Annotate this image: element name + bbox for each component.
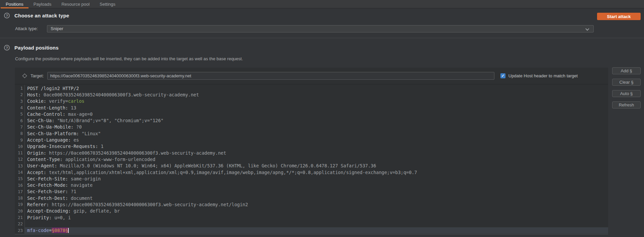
code-line-text: Sec-Ch-Ua: "Not/A)Brand";v="8", "Chromiu… (24, 117, 608, 124)
editor-line[interactable]: 5Cache-Control: max-age=0 (15, 111, 608, 117)
editor-line[interactable]: 15Sec-Fetch-Site: same-origin (15, 175, 608, 182)
code-line-text: Referer: https://0ace0067035246398524040… (24, 201, 608, 208)
editor-line[interactable]: 14Accept: text/html,application/xhtml+xm… (15, 169, 608, 175)
update-host-header-checkbox[interactable]: ✓ (500, 73, 505, 78)
code-line-text: Priority: u=0, i (24, 214, 608, 221)
line-number: 5 (15, 111, 23, 116)
line-number: 17 (15, 189, 23, 194)
editor-line[interactable]: 13User-Agent: Mozilla/5.0 (Windows NT 10… (15, 163, 608, 169)
code-line-text: Sec-Ch-Ua-Mobile: ?0 (24, 124, 608, 130)
code-segment: Accept: (27, 170, 49, 175)
code-segment: = (49, 228, 52, 233)
code-segment: Sec-Fetch-Dest: (27, 195, 71, 201)
code-segment: max-age=0 (68, 111, 93, 117)
code-segment: Accept-Language: (27, 137, 73, 143)
editor-line[interactable]: 12Content-Type: application/x-www-form-u… (15, 156, 608, 162)
code-segment: POST /login2 HTTP/2 (27, 86, 79, 91)
help-icon[interactable]: ? (4, 45, 10, 51)
line-number: 9 (15, 138, 23, 143)
code-line-text: Sec-Fetch-Dest: document (24, 195, 608, 201)
code-segment: Cookie: (27, 98, 49, 104)
intruder-positions-screen: Positions Payloads Resource pool Setting… (0, 0, 644, 237)
code-line-text: Cache-Control: max-age=0 (24, 111, 608, 117)
code-segment: document (71, 195, 93, 201)
editor-line[interactable]: 8Sec-Ch-Ua-Platform: "Linux" (15, 130, 608, 137)
code-segment: "Linux" (82, 131, 101, 136)
code-segment: carlos (68, 98, 85, 104)
section-title-payload-positions: Payload positions (14, 45, 59, 51)
code-line-text: Accept-Encoding: gzip, deflate, br (24, 208, 608, 214)
code-segment: ?0 (76, 124, 82, 130)
add-payload-marker-button[interactable]: Add § (612, 67, 641, 74)
editor-line[interactable]: 16Sec-Fetch-Mode: navigate (15, 182, 608, 188)
tab-settings[interactable]: Settings (95, 0, 120, 8)
editor-line[interactable]: 6Sec-Ch-Ua: "Not/A)Brand";v="8", "Chromi… (15, 117, 608, 124)
editor-line[interactable]: 21Priority: u=0, i (15, 214, 608, 221)
line-number: 2 (15, 92, 23, 97)
code-segment: https://0ace00670352463985240400006300f3… (49, 150, 226, 156)
line-number: 14 (15, 170, 23, 175)
code-line-text: mfa-code=§0878§ (24, 227, 608, 234)
code-segment: u=0, i (54, 215, 71, 220)
code-segment: verify= (49, 98, 68, 104)
tab-resource-pool[interactable]: Resource pool (56, 0, 95, 8)
tab-positions[interactable]: Positions (1, 0, 29, 8)
code-segment: Sec-Fetch-User: (27, 189, 71, 194)
code-segment: https://0ace00670352463985240400006300f3… (52, 202, 248, 207)
section-divider (0, 38, 644, 38)
auto-payload-markers-button[interactable]: Auto § (612, 90, 641, 97)
line-number: 16 (15, 183, 23, 188)
code-segment: Upgrade-Insecure-Requests: (27, 144, 101, 149)
attack-type-section-header: ? Choose an attack type (4, 13, 69, 18)
code-line-text: Upgrade-Insecure-Requests: 1 (24, 143, 608, 150)
help-icon[interactable]: ? (4, 13, 10, 18)
code-line-text: Cookie: verify=carlos (24, 98, 608, 104)
attack-type-dropdown[interactable]: Sniper (47, 25, 594, 32)
editor-line[interactable]: 22 (15, 221, 608, 227)
code-line-text: Sec-Fetch-Mode: navigate (24, 182, 608, 188)
editor-line[interactable]: 1POST /login2 HTTP/2 (15, 85, 608, 91)
editor-line[interactable]: 9Accept-Language: es (15, 137, 608, 143)
editor-line[interactable]: 19Referer: https://0ace00670352463985240… (15, 201, 608, 208)
request-editor[interactable]: 1POST /login2 HTTP/22Host: 0ace006703524… (15, 84, 608, 234)
line-number: 13 (15, 163, 23, 168)
clear-payload-markers-button[interactable]: Clear § (612, 79, 641, 86)
target-url-input[interactable] (47, 72, 494, 80)
start-attack-button[interactable]: Start attack (597, 13, 641, 20)
code-segment: text/html,application/xhtml+xml,applicat… (49, 170, 417, 175)
tab-payloads[interactable]: Payloads (29, 0, 56, 8)
attack-type-label: Attack type: (15, 25, 38, 32)
editor-line[interactable]: 4Content-Length: 13 (15, 104, 608, 111)
code-segment: "Not/A)Brand";v="8", "Chromium";v="126" (57, 118, 163, 123)
editor-line[interactable]: 10Upgrade-Insecure-Requests: 1 (15, 143, 608, 150)
code-segment: Sec-Fetch-Site: (27, 176, 71, 181)
code-line-text: Sec-Fetch-Site: same-origin (24, 175, 608, 182)
code-segment: Host: (27, 92, 44, 97)
editor-line[interactable]: 7Sec-Ch-Ua-Mobile: ?0 (15, 124, 608, 130)
line-number: 18 (15, 195, 23, 201)
editor-line[interactable]: 17Sec-Fetch-User: ?1 (15, 188, 608, 195)
editor-line[interactable]: 23mfa-code=§0878§ (15, 227, 608, 234)
editor-line[interactable]: 18Sec-Fetch-Dest: document (15, 195, 608, 201)
line-number: 4 (15, 105, 23, 110)
line-number: 15 (15, 176, 23, 181)
code-segment: 13 (71, 105, 76, 110)
editor-line[interactable]: 11Origin: https://0ace006703524639852404… (15, 150, 608, 156)
payload-position-marker: §0878§ (52, 228, 68, 233)
code-segment: 0ace00670352463985240400006300f3.web-sec… (44, 92, 199, 97)
code-segment: es (73, 137, 79, 143)
line-number: 22 (15, 221, 23, 226)
refresh-button[interactable]: Refresh (612, 101, 641, 108)
tab-label: Resource pool (61, 2, 90, 7)
code-line-text: Content-Length: 13 (24, 104, 608, 111)
editor-line[interactable]: 20Accept-Encoding: gzip, deflate, br (15, 208, 608, 214)
line-number: 3 (15, 99, 23, 104)
code-segment: Referer: (27, 202, 52, 207)
code-segment: Cache-Control: (27, 111, 68, 117)
chevron-down-icon (585, 27, 589, 30)
code-segment: mfa-code (27, 228, 49, 233)
editor-line[interactable]: 3Cookie: verify=carlos (15, 98, 608, 104)
tab-label: Positions (6, 2, 23, 7)
editor-line[interactable]: 2Host: 0ace00670352463985240400006300f3.… (15, 91, 608, 98)
code-segment: Mozilla/5.0 (Windows NT 10.0; Win64; x64… (60, 163, 376, 168)
